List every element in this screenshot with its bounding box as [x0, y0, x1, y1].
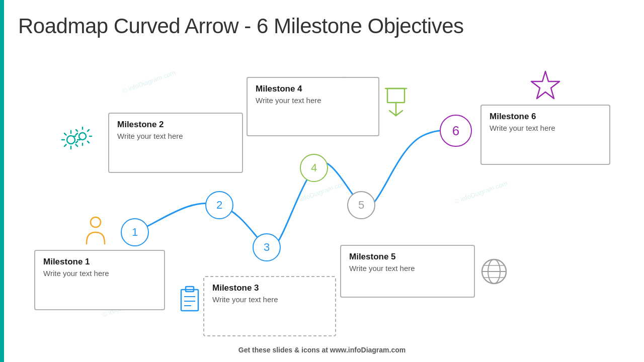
gear-icon: [59, 125, 95, 154]
watermark-3: © infoDiagram.com: [292, 179, 348, 205]
globe-icon: [479, 256, 509, 289]
node-5: 5: [347, 191, 375, 219]
milestone-6-text: Write your text here: [490, 124, 601, 132]
milestone-2-title: Milestone 2: [117, 120, 234, 130]
watermark-1: © infoDiagram.com: [121, 68, 177, 95]
milestone-4-text: Write your text here: [256, 96, 370, 105]
page-title: Roadmap Curved Arrow - 6 Milestone Objec…: [18, 14, 464, 38]
milestone-4-box: Milestone 4 Write your text here: [247, 77, 379, 136]
svg-line-12: [389, 111, 396, 116]
svg-rect-9: [387, 88, 405, 103]
svg-rect-4: [181, 290, 198, 311]
star-icon: [529, 69, 562, 104]
milestone-6-title: Milestone 6: [490, 112, 601, 122]
svg-point-1: [79, 133, 86, 140]
svg-point-3: [91, 217, 101, 227]
person-icon: [85, 216, 107, 248]
milestone-2-text: Write your text here: [117, 132, 234, 140]
milestone-5-text: Write your text here: [349, 264, 466, 273]
node-1: 1: [121, 218, 149, 246]
svg-point-2: [67, 136, 75, 144]
milestone-5-title: Milestone 5: [349, 252, 466, 262]
footer-prefix: Get these slides & icons at www.: [238, 346, 348, 354]
milestone-1-text: Write your text here: [43, 269, 156, 278]
milestone-1-title: Milestone 1: [43, 257, 156, 267]
milestone-2-box: Milestone 2 Write your text here: [108, 113, 243, 173]
milestone-3-box: Milestone 3 Write your text here: [203, 276, 336, 336]
footer: Get these slides & icons at www.infoDiag…: [238, 346, 406, 354]
node-3: 3: [253, 233, 281, 261]
footer-suffix: .com: [389, 346, 406, 354]
node-6: 6: [440, 115, 472, 147]
clipboard-icon: [179, 286, 200, 315]
milestone-1-box: Milestone 1 Write your text here: [34, 250, 165, 310]
milestone-3-text: Write your text here: [212, 295, 327, 304]
easel-icon: [383, 86, 409, 121]
milestone-4-title: Milestone 4: [256, 84, 370, 94]
milestone-6-box: Milestone 6 Write your text here: [480, 105, 610, 165]
accent-bar: [0, 0, 4, 362]
node-2: 2: [205, 191, 233, 219]
milestone-5-box: Milestone 5 Write your text here: [340, 245, 475, 298]
milestone-3-title: Milestone 3: [212, 283, 327, 293]
svg-line-13: [396, 111, 403, 116]
svg-marker-19: [531, 71, 559, 99]
footer-brand: infoDiagram: [348, 346, 389, 354]
node-4: 4: [300, 154, 328, 182]
watermark-4: © infoDiagram.com: [453, 179, 509, 205]
